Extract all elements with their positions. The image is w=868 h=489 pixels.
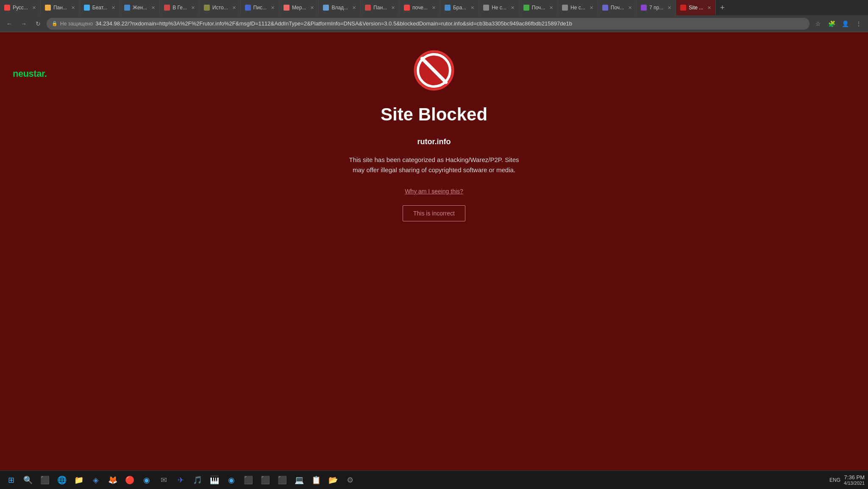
reload-button[interactable]: ↻ <box>32 18 44 30</box>
tab-russkiy[interactable]: Русс... ✕ <box>0 0 41 15</box>
tab-label: поче... <box>412 5 428 11</box>
tab-pan2[interactable]: Пан... ✕ <box>361 0 400 15</box>
tab-label: Site ... <box>689 5 703 11</box>
tab-close[interactable]: ✕ <box>430 5 436 11</box>
browser-chrome: Русс... ✕ Пан... ✕ Беат... ✕ Жен... ✕ В … <box>0 0 868 32</box>
apps4-icon[interactable]: ✈ <box>173 472 188 488</box>
taskbar-system-tray: ENG 7:36 PM 4/13/2021 <box>829 474 865 486</box>
taskview-icon[interactable]: ⬛ <box>37 472 53 488</box>
bookmark-star-icon[interactable]: ☆ <box>812 18 824 30</box>
tab-favicon <box>680 5 686 11</box>
tab-nes2[interactable]: Не с... ✕ <box>558 0 598 15</box>
tab-nes1[interactable]: Не с... ✕ <box>479 0 519 15</box>
tab-pan1[interactable]: Пан... ✕ <box>41 0 80 15</box>
search-icon[interactable]: 🔍 <box>20 472 36 488</box>
tab-label: В Ге... <box>172 5 187 11</box>
tab-close[interactable]: ✕ <box>189 5 195 11</box>
profile-icon[interactable]: 👤 <box>839 18 851 30</box>
tab-close[interactable]: ✕ <box>70 5 75 11</box>
tab-poche[interactable]: поче... ✕ <box>400 0 440 15</box>
tab-label: Русс... <box>13 5 28 11</box>
tab-favicon <box>124 5 130 11</box>
tab-close[interactable]: ✕ <box>706 5 711 11</box>
tab-7pr[interactable]: 7 пр... ✕ <box>637 0 676 15</box>
tab-vlad[interactable]: Влад... ✕ <box>319 0 361 15</box>
tab-label: Мер... <box>292 5 306 11</box>
tab-close[interactable]: ✕ <box>150 5 155 11</box>
tab-isto[interactable]: Исто... ✕ <box>200 0 241 15</box>
tab-bar: Русс... ✕ Пан... ✕ Беат... ✕ Жен... ✕ В … <box>0 0 868 15</box>
tab-favicon <box>323 5 329 11</box>
tab-close[interactable]: ✕ <box>31 5 36 11</box>
tab-favicon <box>523 5 529 11</box>
tab-close[interactable]: ✕ <box>351 5 356 11</box>
tab-label: 7 пр... <box>649 5 663 11</box>
apps12-icon[interactable]: 📋 <box>309 472 324 488</box>
tab-close[interactable]: ✕ <box>666 5 671 11</box>
tab-poch[interactable]: Поч... ✕ <box>519 0 558 15</box>
logo-text: neustar. <box>13 68 47 79</box>
tab-close[interactable]: ✕ <box>269 5 275 11</box>
tab-close[interactable]: ✕ <box>389 5 395 11</box>
system-clock: 7:36 PM 4/13/2021 <box>844 474 865 486</box>
tab-beat[interactable]: Беат... ✕ <box>80 0 120 15</box>
tab-favicon <box>284 5 289 11</box>
tab-close[interactable]: ✕ <box>231 5 236 11</box>
tab-favicon <box>641 5 647 11</box>
tab-label: Не с... <box>570 5 585 11</box>
red-circle-icon[interactable]: 🔴 <box>122 472 137 488</box>
tab-mer[interactable]: Мер... ✕ <box>279 0 319 15</box>
apps11-icon[interactable]: 💻 <box>292 472 307 488</box>
menu-icon[interactable]: ⋮ <box>853 18 865 30</box>
tab-favicon <box>365 5 371 11</box>
tab-favicon <box>245 5 251 11</box>
apps9-icon[interactable]: ⬛ <box>258 472 273 488</box>
tab-favicon <box>84 5 90 11</box>
apps8-icon[interactable]: ⬛ <box>241 472 256 488</box>
extensions-icon[interactable]: 🧩 <box>826 18 837 30</box>
system-settings-icon[interactable]: ⚙ <box>342 472 358 488</box>
tab-zhen[interactable]: Жен... ✕ <box>120 0 160 15</box>
tab-close[interactable]: ✕ <box>509 5 515 11</box>
diamond-icon[interactable]: ◈ <box>88 472 103 488</box>
incorrect-button[interactable]: This is incorrect <box>403 205 465 221</box>
apps3-icon[interactable]: ✉ <box>156 472 171 488</box>
tab-close[interactable]: ✕ <box>588 5 593 11</box>
apps13-icon[interactable]: 📂 <box>326 472 341 488</box>
tab-label: Поч... <box>532 5 545 11</box>
tab-close[interactable]: ✕ <box>469 5 474 11</box>
page-title: Site Blocked <box>381 104 487 125</box>
new-tab-button[interactable]: + <box>716 0 729 15</box>
apps6-icon[interactable]: 🎹 <box>207 472 222 488</box>
why-seeing-link[interactable]: Why am I seeing this? <box>405 188 463 195</box>
start-icon[interactable]: ⊞ <box>3 472 19 488</box>
address-bar[interactable]: 🔒 Не защищено 34.234.98.22/?nxdomain=htt… <box>47 18 810 30</box>
apps10-icon[interactable]: ⬛ <box>275 472 290 488</box>
tab-label: Беат... <box>92 5 107 11</box>
clock-date: 4/13/2021 <box>844 481 865 486</box>
tab-close[interactable]: ✕ <box>626 5 632 11</box>
tab-close[interactable]: ✕ <box>548 5 553 11</box>
back-button[interactable]: ← <box>3 18 15 30</box>
apps7-icon[interactable]: ◉ <box>224 472 239 488</box>
apps2-icon[interactable]: ◉ <box>139 472 154 488</box>
page-content: neustar. Site Blocked rutor.info This si… <box>0 32 868 470</box>
apps1-icon[interactable]: 🦊 <box>105 472 120 488</box>
tab-label: Пис... <box>253 5 267 11</box>
folder2-icon[interactable]: 📁 <box>71 472 86 488</box>
tab-bra[interactable]: Бра... ✕ <box>440 0 479 15</box>
tab-favicon <box>4 5 10 11</box>
tab-vge[interactable]: В Ге... ✕ <box>160 0 200 15</box>
browser2-icon[interactable]: 🌐 <box>54 472 70 488</box>
tab-close[interactable]: ✕ <box>309 5 314 11</box>
apps5-icon[interactable]: 🎵 <box>190 472 205 488</box>
forward-button[interactable]: → <box>18 18 30 30</box>
tab-poch2[interactable]: Поч... ✕ <box>598 0 637 15</box>
tab-label: Поч... <box>611 5 624 11</box>
tab-close[interactable]: ✕ <box>110 5 115 11</box>
tab-pis[interactable]: Пис... ✕ <box>241 0 279 15</box>
tab-site-blocked[interactable]: Site ... ✕ <box>676 0 716 15</box>
url-text: 34.234.98.22/?nxdomain=http%3A%2F%2Fruto… <box>95 20 572 27</box>
clock-time: 7:36 PM <box>844 474 865 481</box>
lock-icon: 🔒 <box>52 21 58 26</box>
